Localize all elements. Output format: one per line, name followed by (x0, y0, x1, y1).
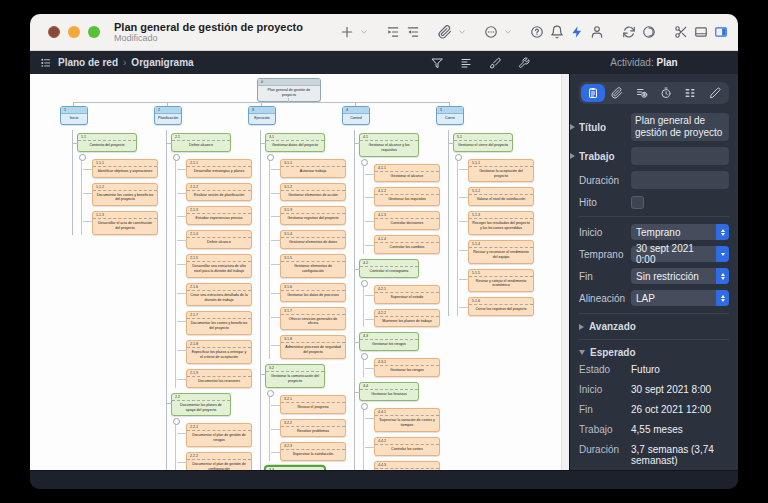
wrench-icon[interactable] (518, 57, 530, 69)
disclosure-right-icon[interactable] (570, 124, 575, 130)
chart-node-2.2.2[interactable]: 2.2.2Documentar el plan de gestión de co… (186, 452, 252, 470)
chart-node-3.1.4[interactable]: 3.1.4Gestionar elementos de datos (280, 230, 346, 249)
chart-node-4.3[interactable]: 4.3Gestionar los riesgos (359, 332, 419, 351)
org-chart-canvas[interactable]: 0Plan general de gestión de proyecto1Ini… (30, 74, 570, 470)
chart-node-3.2[interactable]: 3.2Gestionar la comunicación del proyect… (265, 364, 325, 388)
chart-node-4.2.1[interactable]: 4.2.1Supervisar el estado (374, 285, 440, 304)
chart-node-3.1.3[interactable]: 3.1.3Gestionar registros del proyecto (280, 206, 346, 225)
filter-icon[interactable] (431, 57, 443, 69)
chart-node-3.1[interactable]: 3.1Gestionar datos del proyecto (265, 133, 325, 152)
breadcrumb-item[interactable]: Organigrama (131, 57, 193, 68)
chart-node-1[interactable]: 1Inicio (60, 106, 88, 125)
avanzado-section[interactable]: Avanzado (579, 321, 729, 332)
bolt-icon[interactable] (570, 25, 584, 39)
chevron-down-icon[interactable] (504, 28, 512, 36)
chart-node-4.3.1[interactable]: 4.3.1Gestionar los riesgos (374, 358, 440, 377)
zoom-button[interactable] (88, 26, 100, 38)
tab-time[interactable] (654, 84, 678, 102)
chart-node-2.1.2[interactable]: 2.1.2Realizar sesión de planificación (186, 183, 252, 202)
chart-node-5.1.1[interactable]: 5.1.1Gestionar la aceptación del proyect… (468, 159, 534, 183)
close-button[interactable] (48, 26, 60, 38)
chart-node-2.1.6[interactable]: 2.1.6Crear una estructura detallada de l… (186, 283, 252, 307)
chevron-down-icon[interactable] (360, 28, 368, 36)
chart-node-3.1.2[interactable]: 3.1.2Gestionar elementos de acción (280, 183, 346, 202)
chart-node-2.1.3[interactable]: 2.1.3Estudiar experiencias previas (186, 206, 252, 225)
chart-node-5.1.5[interactable]: 5.1.5Revisar y cotejar el rendimiento ec… (468, 269, 534, 293)
chart-node-4.1.1[interactable]: 4.1.1Gestionar el alcance (374, 164, 440, 183)
scissors-icon[interactable] (674, 25, 688, 39)
chart-node-5.1.2[interactable]: 5.1.2Valorar el nivel de satisfacción (468, 187, 534, 206)
chart-node-0[interactable]: 0Plan general de gestión de proyecto (257, 78, 321, 102)
bell-icon[interactable] (550, 25, 564, 39)
chart-node-3.2.2[interactable]: 3.2.2Resolver problemas (280, 419, 346, 438)
chart-node-2.1.5[interactable]: 2.1.5Desarrollar una estructura de alto … (186, 254, 252, 278)
breadcrumb[interactable]: Plano de red›Organigrama (58, 57, 194, 68)
chart-node-5[interactable]: 5Cierre (436, 106, 464, 125)
tab-finance[interactable] (630, 84, 654, 102)
chart-node-4.2[interactable]: 4.2Controlar el cronograma (359, 259, 419, 278)
indent-icon[interactable] (386, 25, 400, 39)
chart-node-2.1.1[interactable]: 2.1.1Desarrollar estrategias y planes (186, 159, 252, 178)
chart-node-3.2.1[interactable]: 3.2.1Revisar el progreso (280, 395, 346, 414)
esperado-section[interactable]: Esperado (579, 347, 729, 358)
plus-icon[interactable] (340, 25, 354, 39)
chart-node-1.1[interactable]: 1.1Contexto del proyecto (77, 133, 137, 152)
alineacion-select[interactable]: LAP (631, 290, 729, 306)
org-view-icon[interactable] (40, 57, 51, 68)
chart-node-5.1.6[interactable]: 5.1.6Cerrar los registros del proyecto (468, 297, 534, 316)
scrollbar-track[interactable] (561, 74, 569, 470)
chart-node-4.4[interactable]: 4.4Gestionar las finanzas (359, 382, 419, 401)
chart-node-2.1[interactable]: 2.1Definir alcance (171, 133, 231, 152)
tab-edit[interactable] (703, 84, 727, 102)
chart-node-2.2[interactable]: 2.2Documentar los planes de apoyo del pr… (171, 393, 231, 417)
chart-node-4.1[interactable]: 4.1Gestionar el alcance y los requisitos (359, 133, 419, 157)
align-icon[interactable] (460, 57, 472, 69)
tab-columns[interactable] (678, 84, 702, 102)
chart-node-4.2.2[interactable]: 4.2.2Mantener los planes de trabajo (374, 309, 440, 328)
progress-icon[interactable] (642, 25, 656, 39)
temprano-date-combo[interactable]: 30 sept 2021 0:00 (631, 246, 729, 262)
chart-node-2.1.7[interactable]: 2.1.7Documentar los costes y beneficios … (186, 311, 252, 335)
chart-node-5.1.4[interactable]: 5.1.4Revisar y reconocer el rendimiento … (468, 240, 534, 264)
chart-node-2[interactable]: 2Planificación (154, 106, 182, 125)
panel-right-icon[interactable] (714, 25, 728, 39)
chart-node-2.1.4[interactable]: 2.1.4Definir alcance (186, 230, 252, 249)
trabajo-input[interactable] (631, 147, 729, 165)
chart-node-4.4.3[interactable]: 4.4.3Mantener el plan económico (374, 461, 440, 471)
chart-node-3.1.6[interactable]: 3.1.6Gestionar los datos de procesos (280, 283, 346, 302)
chart-node-1.1.1[interactable]: 1.1.1Identificar objetivos y aspiracione… (92, 159, 158, 178)
disclosure-right-icon[interactable] (570, 153, 575, 159)
chart-node-5.1[interactable]: 5.1Gestionar el cierre del proyecto (453, 133, 513, 152)
help-circle-icon[interactable] (530, 25, 544, 39)
chart-node-5.1.3[interactable]: 5.1.3Recoger los resultados del proyecto… (468, 211, 534, 235)
chart-node-2.1.8[interactable]: 2.1.8Especificar los plazos a entregar y… (186, 340, 252, 364)
more-circle-icon[interactable] (484, 25, 498, 39)
chart-node-3.1.1[interactable]: 3.1.1Autorizar trabajo (280, 159, 346, 178)
chevron-down-icon[interactable] (458, 28, 466, 36)
chart-node-4.1.4[interactable]: 4.1.4Controlar los cambios (374, 235, 440, 254)
chart-node-3.2.3[interactable]: 3.2.3Supervisar la satisfacción (280, 442, 346, 461)
chart-node-4.4.2[interactable]: 4.4.2Controlar los costes (374, 437, 440, 456)
chart-node-3.1.5[interactable]: 3.1.5Gestionar elementos de configuració… (280, 254, 346, 278)
chart-node-4.1.3[interactable]: 4.1.3Controlar decisiones (374, 211, 440, 230)
outdent-icon[interactable] (406, 25, 420, 39)
chart-node-4.1.2[interactable]: 4.1.2Gestionar los requisitos (374, 187, 440, 206)
chart-node-4.4.1[interactable]: 4.4.1Supervisar la variación de costes y… (374, 408, 440, 432)
titulo-input[interactable]: Plan general de gestión de proyecto (631, 113, 729, 141)
brush-icon[interactable] (489, 57, 501, 69)
person-icon[interactable] (590, 25, 604, 39)
chart-node-3.1.8[interactable]: 3.1.8Administrar procesos de seguridad d… (280, 335, 346, 359)
chart-node-3.1.7[interactable]: 3.1.7Ofrecer servicios generales de ofic… (280, 307, 346, 331)
chart-node-1.1.3[interactable]: 1.1.3Desarrollar el acta de constitución… (92, 211, 158, 235)
chart-node-3[interactable]: 3Ejecución (248, 106, 276, 125)
chart-node-4[interactable]: 4Control (342, 106, 370, 125)
panel-bottom-icon[interactable] (694, 25, 708, 39)
fin-select[interactable]: Sin restricción (631, 268, 729, 284)
minimize-button[interactable] (68, 26, 80, 38)
chart-node-2.2.1[interactable]: 2.2.1Documentar el plan de gestión de ri… (186, 423, 252, 447)
duracion-input[interactable] (631, 171, 729, 189)
paperclip-icon[interactable] (438, 25, 452, 39)
tab-attachments[interactable] (605, 84, 629, 102)
chart-node-1.1.2[interactable]: 1.1.2Documentar los costes y beneficios … (92, 183, 158, 207)
breadcrumb-item[interactable]: Plano de red (58, 57, 118, 68)
